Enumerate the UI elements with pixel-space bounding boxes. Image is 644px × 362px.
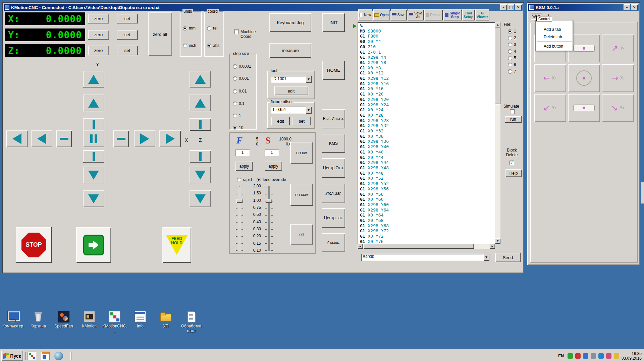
- file-slot-5[interactable]: 5: [508, 56, 516, 60]
- set-y-button[interactable]: set: [117, 30, 138, 40]
- jog-x-plus-fast-button[interactable]: [159, 130, 181, 147]
- toolbar-open-button[interactable]: Open: [373, 9, 390, 20]
- toolbar-restart-button[interactable]: Restart: [424, 9, 443, 20]
- minimize-button[interactable]: –: [500, 4, 507, 10]
- jog-x-step-left-button[interactable]: [56, 130, 72, 147]
- feed-hold-button[interactable]: FEED HOLD: [162, 227, 191, 263]
- toolbar-g-viewer-button[interactable]: GViewer: [475, 9, 489, 20]
- fixture-edit-button[interactable]: edit: [271, 117, 290, 125]
- jog-z-step-down-button[interactable]: [190, 150, 211, 163]
- ksm-close-button[interactable]: ×: [631, 4, 638, 10]
- quick-launch-kmotion-app[interactable]: [41, 352, 50, 360]
- scroll-left-button[interactable]: ◀: [358, 244, 363, 249]
- tray-icon-4[interactable]: [591, 353, 596, 359]
- vscroll-thumb[interactable]: [495, 28, 500, 104]
- file-slot-6[interactable]: 6: [508, 62, 516, 67]
- scroll-down-button[interactable]: ▼: [495, 238, 500, 244]
- side-button-2[interactable]: KMS: [322, 134, 345, 153]
- jog-z-plus-slow-button[interactable]: [190, 95, 211, 111]
- fixture-combo-arrow[interactable]: ▼: [306, 107, 312, 114]
- block-delete-checkbox[interactable]: ✓: [509, 161, 514, 165]
- feed-override-slider[interactable]: [235, 185, 244, 252]
- toolbar-handle[interactable]: [70, 352, 71, 360]
- send-button[interactable]: Send: [495, 253, 521, 262]
- ksm-pad-cell-2[interactable]: [568, 35, 600, 62]
- toolbar-save-button[interactable]: Save: [391, 9, 407, 20]
- speed-input[interactable]: 1: [265, 149, 279, 156]
- tool-combo-arrow[interactable]: ▼: [306, 76, 312, 83]
- toolbar-new-button[interactable]: New: [358, 9, 372, 20]
- jog-x-step-right-button[interactable]: [113, 130, 129, 147]
- jog-y-minus-slow-button[interactable]: [83, 167, 104, 183]
- spindle-ccw-button[interactable]: on ccw: [290, 184, 313, 206]
- coord-rel-radio[interactable]: rel: [207, 26, 217, 31]
- hscroll-thumb[interactable]: [363, 244, 474, 249]
- fixture-combo[interactable]: 1 - G54 ▼: [271, 107, 312, 114]
- tray-icon-1[interactable]: [568, 353, 573, 359]
- quick-launch-kmotioncnc[interactable]: [28, 352, 36, 360]
- mdi-combo[interactable]: S4000 ▼: [361, 254, 489, 261]
- file-slot-3[interactable]: 3: [508, 42, 516, 47]
- menu-item-add-a-tab[interactable]: Add a tab: [536, 26, 572, 33]
- jog-z-step-up-button[interactable]: [190, 118, 211, 131]
- gcode-hscrollbar[interactable]: ◀ ▶: [358, 244, 495, 249]
- language-indicator[interactable]: EN: [557, 353, 565, 359]
- ksm-pad-cell-9[interactable]: ↘Y+: [602, 94, 634, 122]
- jog-z-minus-slow-button[interactable]: [190, 167, 211, 183]
- tool-combo-value[interactable]: ID 1001: [271, 76, 306, 83]
- tray-icon-2[interactable]: [575, 353, 581, 359]
- toolbar-handle[interactable]: [25, 352, 26, 360]
- side-button-6[interactable]: Z макс.: [322, 233, 345, 252]
- spindle-off-button[interactable]: off: [290, 224, 313, 245]
- desktop-icon-kmotioncnc[interactable]: KMotionCNC...: [102, 311, 127, 333]
- tool-combo[interactable]: ID 1001 ▼: [271, 76, 312, 83]
- stop-button[interactable]: STOP: [16, 227, 52, 263]
- file-slot-1[interactable]: 1: [508, 29, 516, 34]
- tool-edit-button[interactable]: edit: [274, 86, 308, 95]
- fixture-set-button[interactable]: set: [292, 117, 311, 125]
- jog-y-plus-fast-button[interactable]: [83, 71, 104, 87]
- jog-pause-button[interactable]: [83, 130, 104, 147]
- edge-panel-tab[interactable]: [641, 182, 644, 204]
- file-slot-4[interactable]: 4: [508, 49, 516, 54]
- quick-launch-globe[interactable]: [54, 352, 63, 360]
- feed-input[interactable]: 1: [235, 149, 250, 156]
- toolbar-tool-setup-button[interactable]: ToolSetup: [462, 9, 475, 20]
- jog-z-minus-fast-button[interactable]: [190, 190, 211, 207]
- ksm-pad-cell-3[interactable]: ↗Y-: [602, 35, 634, 62]
- ksm-pad-cell-8[interactable]: [568, 94, 600, 122]
- side-button-3[interactable]: Центр.Отв.: [322, 158, 345, 178]
- step-size-0.0001[interactable]: 0.0001: [233, 64, 251, 69]
- toolbar-single-step-button[interactable]: SingleStep: [443, 9, 462, 20]
- feed-apply-button[interactable]: apply: [235, 162, 253, 171]
- ksm-minimize-button[interactable]: –: [624, 4, 630, 10]
- spindle-cw-button[interactable]: on cw: [290, 142, 313, 164]
- scroll-right-button[interactable]: ▶: [490, 244, 495, 249]
- step-size-10[interactable]: 10: [233, 125, 243, 130]
- tray-icon-6[interactable]: [606, 353, 611, 359]
- tray-icon-7[interactable]: [614, 353, 619, 359]
- scroll-up-button[interactable]: ▲: [495, 22, 500, 27]
- feed-slider-thumb[interactable]: [236, 199, 243, 203]
- machine-coord-checkbox[interactable]: Machine Coord: [234, 29, 268, 39]
- zero-y-button[interactable]: zero: [88, 30, 109, 40]
- rapid-radio[interactable]: rapid: [237, 177, 252, 182]
- step-size-0.1[interactable]: 0.1: [233, 101, 245, 106]
- maximize-button[interactable]: □: [507, 4, 514, 10]
- desktop-icon-kmotion[interactable]: KMotion: [76, 311, 102, 333]
- jog-y-step-up-button[interactable]: [83, 118, 104, 131]
- desktop-icon-speedfan[interactable]: SpeedFan: [51, 311, 76, 333]
- side-button-4[interactable]: Угол.Заг.: [322, 184, 345, 203]
- set-z-button[interactable]: set: [117, 46, 138, 55]
- ksm-titlebar[interactable]: KSM 0.0.1a – ×: [528, 4, 639, 11]
- side-button-5[interactable]: Центр.заг.: [322, 208, 345, 228]
- toolbar-save-as-button[interactable]: SaveAs: [408, 9, 424, 20]
- feed-override-radio[interactable]: feed override: [257, 177, 286, 182]
- mdi-value[interactable]: S4000: [361, 254, 483, 261]
- fixture-combo-value[interactable]: 1 - G54: [271, 107, 306, 114]
- start-button[interactable]: Пуск: [1, 351, 23, 361]
- tray-icon-5[interactable]: [598, 353, 604, 359]
- help-button[interactable]: Help: [505, 169, 522, 177]
- coord-abs-radio[interactable]: abs: [207, 43, 219, 48]
- close-button[interactable]: ×: [515, 4, 522, 10]
